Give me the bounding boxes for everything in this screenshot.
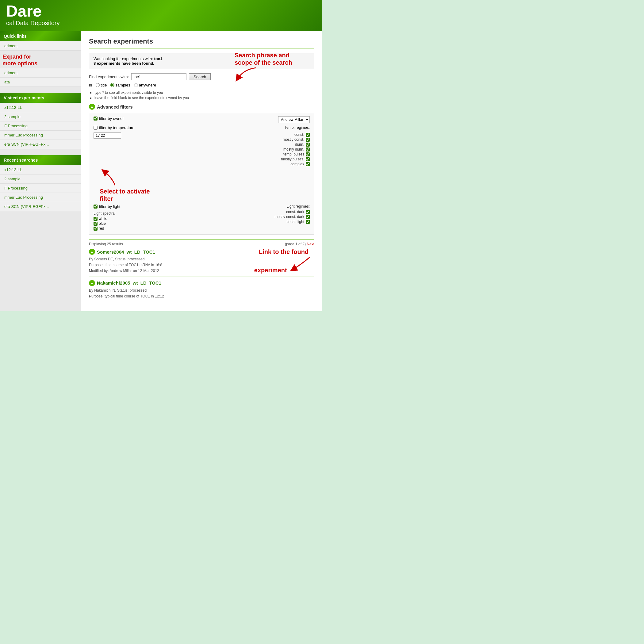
expand-annotation: Expand for more options [0, 51, 81, 68]
result-toggle-1[interactable]: ▲ [89, 280, 95, 286]
result-callout: Link to the found experiment [253, 248, 314, 274]
filter-temp-checkbox[interactable] [94, 126, 98, 130]
annotation-arrow [235, 66, 259, 82]
radio-samples[interactable] [110, 83, 114, 87]
filter-owner-label[interactable]: filter by owner [94, 116, 276, 121]
advanced-filters-section: ▲ Advanced filters filter by owner Andre… [89, 104, 314, 235]
filter-temp-label[interactable]: filter by temperature [94, 125, 282, 130]
pagination: (page 1 of 2) Next [285, 242, 314, 246]
search-phrase-annotation: Search phrase and scope of the search [235, 52, 314, 83]
site-subtitle: cal Data Repository [6, 20, 316, 27]
filter-temp-section: filter by temperature Temp. regimes: con [94, 125, 310, 202]
temp-range-input[interactable] [94, 132, 121, 139]
cb-mostly-pulses[interactable] [306, 157, 310, 161]
filter-light-checkbox-row: filter by light [94, 204, 258, 209]
regime-const-dark: const. dark [261, 210, 310, 214]
radio-title-label[interactable]: title [96, 83, 107, 87]
temp-regimes-label: Temp. regimes: [285, 125, 310, 130]
visited-item-4[interactable]: era SCN (VIPR-EGFPx... [0, 140, 81, 149]
cb-const-light[interactable] [306, 220, 310, 224]
result-link-1[interactable]: Nakamichi2005_wt_LD_TOC1 [97, 280, 161, 286]
find-label: Find experiments with: [89, 75, 129, 79]
visited-experiments-header: Visited experiments [0, 93, 81, 103]
result-link-0[interactable]: Somers2004_wt_LD_TOC1 [97, 249, 155, 255]
sidebar: Quick links eriment Expand for more opti… [0, 31, 81, 311]
advanced-filters-toggle[interactable]: ▲ Advanced filters [89, 104, 314, 110]
owner-select[interactable]: Andrew Millar [278, 116, 310, 123]
filter-light-checkbox[interactable] [94, 205, 98, 209]
light-spectra-label: Light spectra: [94, 211, 258, 216]
result-toggle-0[interactable]: ▲ [89, 249, 95, 255]
results-count-text: 8 experiments have been found. [94, 61, 154, 66]
filter-light-row: filter by light Light spectra: white blu… [94, 204, 310, 231]
recent-searches-header: Recent searches [0, 155, 81, 165]
cb-mostly-const-dark[interactable] [306, 215, 310, 219]
site-title: Dare [6, 3, 316, 19]
search-input[interactable] [131, 73, 186, 80]
spectra-blue: blue [94, 221, 258, 226]
regime-complex: complex [124, 162, 310, 166]
result-meta-1: By Nakamichi N, Status: processed Purpos… [89, 288, 314, 299]
regime-const-light: const. light [261, 220, 310, 224]
cb-red[interactable] [94, 227, 98, 231]
results-header: Displaying 25 results (page 1 of 2) Next [89, 239, 314, 246]
recent-item-2[interactable]: F Processing [0, 184, 81, 193]
regime-mostly-diurn: mostly diurn. [124, 147, 310, 151]
regime-mostly-const-dark: mostly const. dark [261, 215, 310, 219]
filters-grid: filter by owner Andrew Millar filter by … [89, 113, 314, 235]
sidebar-item-data[interactable]: ata [0, 78, 81, 87]
next-link[interactable]: Next [307, 242, 314, 246]
cb-const[interactable] [306, 133, 310, 137]
search-button[interactable]: Search [189, 73, 211, 80]
cb-mostly-const[interactable] [306, 138, 310, 142]
main-layout: Quick links eriment Expand for more opti… [0, 31, 322, 311]
radio-anywhere-label[interactable]: anywhere [134, 83, 156, 87]
recent-item-1[interactable]: 2 sample [0, 174, 81, 184]
cb-const-dark[interactable] [306, 210, 310, 214]
recent-item-4[interactable]: era SCN (VIPR-EGFPx... [0, 202, 81, 211]
results-section: Displaying 25 results (page 1 of 2) Next… [89, 239, 314, 302]
recent-item-3[interactable]: mmer Luc Processing [0, 193, 81, 202]
sidebar-item-experiment[interactable]: eriment [0, 41, 81, 51]
temp-details: const. mostly const. diurn. [94, 132, 310, 167]
info-section: Was looking for experiments with: toc1. … [89, 53, 314, 69]
sidebar-item-experiment2[interactable]: eriment [0, 68, 81, 78]
visited-item-3[interactable]: mmer Luc Processing [0, 131, 81, 140]
select-annotation-text: Select to activate filter [100, 188, 150, 202]
info-text: Was looking for experiments with: toc1. … [94, 56, 163, 66]
quick-links-header: Quick links [0, 31, 81, 41]
recent-item-0[interactable]: x12:12-LL [0, 165, 81, 174]
cb-temp-pulses[interactable] [306, 152, 310, 156]
regime-temp-pulses: temp. pulses [124, 152, 310, 156]
filter-temp-row: filter by temperature Temp. regimes: [94, 125, 310, 130]
hint-2: leave the field blank to see the experim… [94, 96, 314, 100]
radio-anywhere[interactable] [134, 83, 138, 87]
cb-white[interactable] [94, 217, 98, 221]
hint-1: type * to see all experiments visible to… [94, 90, 314, 95]
radio-samples-label[interactable]: samples [110, 83, 130, 87]
regime-mostly-const: mostly const. [124, 137, 310, 142]
cb-diurn[interactable] [306, 143, 310, 147]
regime-diurn: diurn. [124, 142, 310, 147]
visited-item-2[interactable]: F Processing [0, 121, 81, 131]
filter-owner-checkbox[interactable] [94, 117, 98, 121]
result-title-1: ▲ Nakamichi2005_wt_LD_TOC1 [89, 280, 314, 286]
main-content: Search experiments Was looking for exper… [81, 31, 322, 311]
search-hints: type * to see all experiments visible to… [94, 90, 314, 100]
visited-item-0[interactable]: x12:12-LL [0, 103, 81, 112]
cb-mostly-diurn[interactable] [306, 148, 310, 151]
cb-complex[interactable] [306, 162, 310, 166]
temp-regimes-list: const. mostly const. diurn. [124, 132, 310, 167]
visited-item-1[interactable]: 2 sample [0, 112, 81, 121]
regime-const: const. [124, 132, 310, 137]
displaying-text: Displaying 25 results [89, 242, 123, 246]
cb-blue[interactable] [94, 222, 98, 226]
filter-light-label[interactable]: filter by light [94, 204, 258, 209]
spectra-white: white [94, 217, 258, 221]
radio-title[interactable] [96, 83, 100, 87]
advanced-filters-label: Advanced filters [97, 104, 133, 109]
filter-owner-row: filter by owner Andrew Millar [94, 116, 310, 123]
in-label: in [89, 83, 92, 87]
page-title: Search experiments [89, 37, 314, 48]
regime-mostly-pulses: mostly pulses. [124, 157, 310, 161]
